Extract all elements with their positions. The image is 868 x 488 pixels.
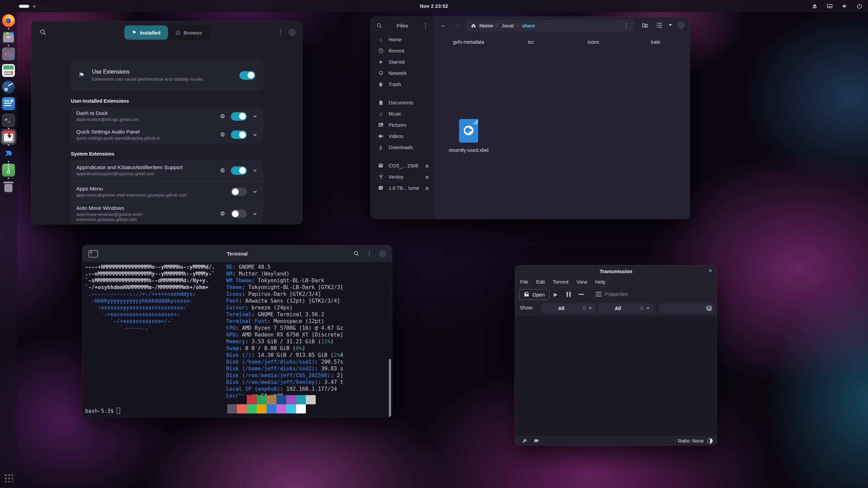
- terminal-icon[interactable]: >_: [2, 114, 15, 127]
- remove-torrent-icon[interactable]: [579, 294, 584, 295]
- firefox-icon[interactable]: [2, 14, 15, 27]
- sidebar-item-volume-1tb[interactable]: 1.0 TB... lume: [371, 182, 434, 194]
- dock-item-extensions[interactable]: [2, 147, 15, 164]
- breadcrumb-share[interactable]: share: [522, 23, 535, 28]
- menu-kebab-icon[interactable]: ⋮: [366, 250, 372, 257]
- dock-item-archive-manager[interactable]: [2, 164, 15, 180]
- torrent-list-empty[interactable]: [515, 316, 717, 436]
- menu-kebab-icon[interactable]: ⋮: [278, 29, 284, 35]
- sidebar-item-starred[interactable]: ★Starred: [371, 56, 434, 67]
- close-icon[interactable]: ×: [709, 267, 712, 274]
- chevron-down-icon[interactable]: [253, 133, 257, 137]
- tab-browse[interactable]: Browse: [168, 25, 209, 40]
- eject-icon[interactable]: [425, 186, 429, 190]
- pause-torrent-icon[interactable]: [567, 292, 571, 297]
- workspace-indicator-inactive[interactable]: [33, 5, 35, 7]
- dock-item-terminal[interactable]: >_: [2, 114, 15, 130]
- terminal-content[interactable]: ----+NMMMMMMMMMMMMMMMo--yMMMMNo-:yMMMMd/…: [82, 262, 392, 417]
- window-close-button[interactable]: [677, 21, 685, 29]
- menu-item[interactable]: View: [576, 279, 587, 285]
- file-item[interactable]: gvfs-metadata: [437, 39, 500, 46]
- dock-item-steam[interactable]: [2, 81, 15, 97]
- menu-item[interactable]: Edit: [536, 279, 545, 285]
- extension-toggle[interactable]: [231, 209, 247, 218]
- wrench-icon[interactable]: [522, 438, 527, 444]
- menu-item[interactable]: File: [520, 279, 528, 285]
- breadcrumb-local[interactable]: .local: [501, 23, 514, 28]
- extension-toggle[interactable]: [231, 187, 247, 196]
- dock-item-trash[interactable]: [2, 180, 15, 197]
- file-item[interactable]: recently-used.xbel: [437, 114, 500, 154]
- file-item[interactable]: icons: [562, 39, 625, 46]
- sidebar-item-home[interactable]: ⌂Home: [371, 34, 434, 45]
- torrent-downloader-icon[interactable]: [2, 130, 15, 143]
- file-item[interactable]: kate: [625, 39, 687, 46]
- list-view-icon[interactable]: [656, 22, 663, 28]
- open-torrent-button[interactable]: Open: [519, 289, 550, 300]
- window-close-button[interactable]: [379, 250, 387, 258]
- eject-icon[interactable]: [425, 175, 429, 179]
- screen-keyboard-icon[interactable]: [827, 3, 833, 9]
- menu-kebab-icon[interactable]: ⋮: [422, 22, 429, 28]
- dock-item-calculator[interactable]: [2, 64, 15, 81]
- extension-row[interactable]: Apps Menu apps-menu@gnome-shell-extensio…: [70, 181, 263, 202]
- dock-item-files[interactable]: [2, 31, 15, 47]
- dock-item-downloader[interactable]: [2, 130, 15, 147]
- file-item[interactable]: icc: [500, 39, 562, 46]
- eject-icon[interactable]: [425, 164, 429, 168]
- chevron-down-icon[interactable]: [253, 168, 257, 173]
- chevron-down-icon[interactable]: [253, 114, 257, 119]
- extension-toggle[interactable]: [231, 166, 247, 175]
- filter-dropdown-status[interactable]: All0: [541, 303, 596, 313]
- tab-installed[interactable]: Installed: [124, 25, 168, 40]
- sidebar-item-documents[interactable]: Documents: [371, 97, 434, 108]
- start-torrent-icon[interactable]: ▶: [554, 291, 558, 298]
- turtle-icon[interactable]: [533, 439, 539, 443]
- extension-row[interactable]: Auto Move Windows auto-move-windows@gnom…: [70, 202, 263, 224]
- torrent-search-input[interactable]: [659, 303, 714, 313]
- app-toolbox-icon[interactable]: [2, 47, 15, 60]
- archive-manager-icon[interactable]: [2, 164, 15, 177]
- extension-toggle[interactable]: [231, 130, 247, 139]
- sidebar-item-videos[interactable]: Videos: [371, 130, 434, 142]
- power-icon[interactable]: [856, 3, 863, 9]
- sidebar-item-music[interactable]: ♫Music: [371, 108, 434, 119]
- text-editor-icon[interactable]: [2, 97, 15, 110]
- extensions-puzzle-icon[interactable]: [2, 147, 15, 160]
- properties-button[interactable]: Properties: [596, 291, 628, 298]
- sidebar-item-downloads[interactable]: Downloads: [371, 142, 434, 153]
- dock-item-firefox[interactable]: [2, 14, 15, 31]
- chevron-down-icon[interactable]: [253, 211, 257, 216]
- use-extensions-toggle[interactable]: [239, 71, 255, 80]
- terminal-scrollbar[interactable]: [389, 359, 391, 418]
- shell-prompt[interactable]: bash-5.3$: [85, 408, 120, 414]
- extension-row[interactable]: Dash to Dock dash-to-dock@micxgx.gmail.c…: [70, 107, 263, 125]
- search-icon[interactable]: [40, 29, 46, 36]
- window-close-button[interactable]: [289, 29, 296, 36]
- eject-icon[interactable]: [812, 3, 818, 9]
- extension-settings-icon[interactable]: ⚙: [220, 113, 225, 120]
- system-status-area[interactable]: [812, 0, 863, 12]
- extension-settings-icon[interactable]: ⚙: [220, 131, 225, 138]
- extension-settings-icon[interactable]: ⚙: [220, 167, 225, 174]
- sidebar-item-recent[interactable]: Recent: [371, 45, 434, 56]
- view-options-caret-icon[interactable]: [669, 24, 672, 26]
- new-tab-icon[interactable]: [88, 250, 98, 258]
- dock-item-text-editor[interactable]: [2, 97, 15, 114]
- extension-row[interactable]: AppIndicator and KStatusNotifierItem Sup…: [70, 160, 263, 181]
- chevron-down-icon[interactable]: [253, 189, 257, 194]
- sidebar-item-pictures[interactable]: Pictures: [371, 119, 434, 130]
- breadcrumb[interactable]: Home / .local / share ⋮: [466, 20, 634, 32]
- breadcrumb-home[interactable]: Home: [479, 23, 493, 28]
- clear-search-icon[interactable]: [706, 306, 712, 311]
- sidebar-item-network[interactable]: Network: [371, 67, 434, 79]
- clock[interactable]: Nov 2 23:52: [420, 0, 448, 12]
- file-manager-icon[interactable]: [2, 31, 15, 44]
- sidebar-item-ventoy[interactable]: Ventoy: [371, 171, 434, 182]
- search-icon[interactable]: [353, 250, 359, 257]
- forward-button[interactable]: →: [453, 21, 459, 29]
- menu-item[interactable]: Help: [595, 279, 606, 285]
- calculator-icon[interactable]: [2, 64, 15, 77]
- extension-settings-icon[interactable]: ⚙: [220, 210, 225, 217]
- menu-item[interactable]: Torrent: [553, 279, 569, 285]
